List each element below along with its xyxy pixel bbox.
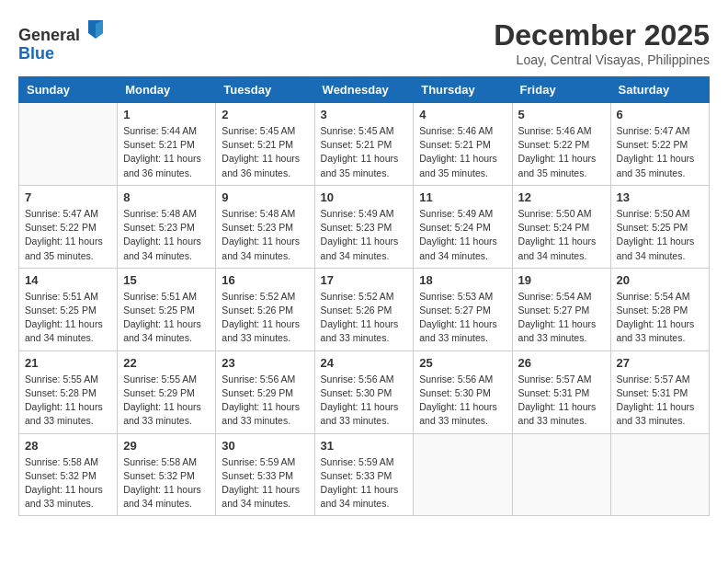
week-row-0: 1Sunrise: 5:44 AM Sunset: 5:21 PM Daylig… — [19, 103, 710, 186]
calendar-table: SundayMondayTuesdayWednesdayThursdayFrid… — [18, 76, 710, 516]
day-number: 23 — [222, 356, 308, 370]
day-info: Sunrise: 5:55 AM Sunset: 5:29 PM Dayligh… — [123, 373, 210, 429]
day-info: Sunrise: 5:54 AM Sunset: 5:28 PM Dayligh… — [617, 290, 703, 346]
week-row-3: 21Sunrise: 5:55 AM Sunset: 5:28 PM Dayli… — [19, 350, 710, 433]
week-row-1: 7Sunrise: 5:47 AM Sunset: 5:22 PM Daylig… — [19, 185, 710, 268]
calendar-cell: 14Sunrise: 5:51 AM Sunset: 5:25 PM Dayli… — [19, 268, 118, 350]
logo-blue: Blue — [18, 44, 54, 63]
calendar-cell: 4Sunrise: 5:46 AM Sunset: 5:21 PM Daylig… — [414, 103, 512, 186]
day-info: Sunrise: 5:49 AM Sunset: 5:23 PM Dayligh… — [321, 207, 408, 263]
day-info: Sunrise: 5:56 AM Sunset: 5:30 PM Dayligh… — [419, 373, 506, 429]
weekday-header-tuesday: Tuesday — [216, 77, 314, 103]
calendar-cell: 22Sunrise: 5:55 AM Sunset: 5:29 PM Dayli… — [118, 350, 216, 433]
calendar-cell: 16Sunrise: 5:52 AM Sunset: 5:26 PM Dayli… — [216, 268, 314, 350]
calendar-cell — [610, 433, 709, 516]
location: Loay, Central Visayas, Philippines — [494, 52, 710, 67]
day-number: 8 — [123, 190, 210, 204]
day-info: Sunrise: 5:47 AM Sunset: 5:22 PM Dayligh… — [617, 124, 703, 180]
day-info: Sunrise: 5:59 AM Sunset: 5:33 PM Dayligh… — [222, 455, 308, 511]
day-info: Sunrise: 5:57 AM Sunset: 5:31 PM Dayligh… — [518, 373, 605, 429]
calendar-cell: 9Sunrise: 5:48 AM Sunset: 5:23 PM Daylig… — [216, 185, 314, 268]
week-row-4: 28Sunrise: 5:58 AM Sunset: 5:32 PM Dayli… — [19, 433, 710, 516]
day-info: Sunrise: 5:51 AM Sunset: 5:25 PM Dayligh… — [25, 290, 111, 346]
day-info: Sunrise: 5:48 AM Sunset: 5:23 PM Dayligh… — [123, 207, 210, 263]
weekday-header-row: SundayMondayTuesdayWednesdayThursdayFrid… — [19, 77, 710, 103]
day-info: Sunrise: 5:46 AM Sunset: 5:22 PM Dayligh… — [518, 124, 605, 180]
day-number: 14 — [25, 273, 111, 287]
weekday-header-saturday: Saturday — [610, 77, 709, 103]
day-number: 15 — [123, 273, 210, 287]
weekday-header-sunday: Sunday — [19, 77, 118, 103]
calendar-cell: 23Sunrise: 5:56 AM Sunset: 5:29 PM Dayli… — [216, 350, 314, 433]
logo: General Blue — [18, 18, 105, 63]
day-info: Sunrise: 5:48 AM Sunset: 5:23 PM Dayligh… — [222, 207, 308, 263]
day-number: 18 — [419, 273, 506, 287]
calendar-cell — [414, 433, 512, 516]
calendar-cell: 6Sunrise: 5:47 AM Sunset: 5:22 PM Daylig… — [610, 103, 709, 186]
day-info: Sunrise: 5:56 AM Sunset: 5:29 PM Dayligh… — [222, 373, 308, 429]
day-info: Sunrise: 5:49 AM Sunset: 5:24 PM Dayligh… — [419, 207, 506, 263]
day-number: 26 — [518, 356, 605, 370]
weekday-header-wednesday: Wednesday — [314, 77, 414, 103]
calendar-cell: 1Sunrise: 5:44 AM Sunset: 5:21 PM Daylig… — [118, 103, 216, 186]
day-number: 20 — [617, 273, 703, 287]
title-block: December 2025 Loay, Central Visayas, Phi… — [494, 18, 710, 67]
day-info: Sunrise: 5:52 AM Sunset: 5:26 PM Dayligh… — [321, 290, 408, 346]
day-number: 7 — [25, 190, 111, 204]
calendar-cell: 19Sunrise: 5:54 AM Sunset: 5:27 PM Dayli… — [512, 268, 610, 350]
day-number: 2 — [222, 108, 308, 121]
day-info: Sunrise: 5:58 AM Sunset: 5:32 PM Dayligh… — [123, 455, 210, 511]
calendar-cell: 26Sunrise: 5:57 AM Sunset: 5:31 PM Dayli… — [512, 350, 610, 433]
calendar-cell: 17Sunrise: 5:52 AM Sunset: 5:26 PM Dayli… — [314, 268, 414, 350]
day-number: 12 — [518, 190, 605, 204]
day-info: Sunrise: 5:59 AM Sunset: 5:33 PM Dayligh… — [321, 455, 408, 511]
calendar-cell: 11Sunrise: 5:49 AM Sunset: 5:24 PM Dayli… — [414, 185, 512, 268]
day-info: Sunrise: 5:46 AM Sunset: 5:21 PM Dayligh… — [419, 124, 506, 180]
day-number: 17 — [321, 273, 408, 287]
day-info: Sunrise: 5:45 AM Sunset: 5:21 PM Dayligh… — [321, 124, 408, 180]
day-number: 10 — [321, 190, 408, 204]
day-info: Sunrise: 5:55 AM Sunset: 5:28 PM Dayligh… — [25, 373, 111, 429]
calendar-cell: 20Sunrise: 5:54 AM Sunset: 5:28 PM Dayli… — [610, 268, 709, 350]
day-info: Sunrise: 5:58 AM Sunset: 5:32 PM Dayligh… — [25, 455, 111, 511]
day-number: 22 — [123, 356, 210, 370]
day-info: Sunrise: 5:47 AM Sunset: 5:22 PM Dayligh… — [25, 207, 111, 263]
month-title: December 2025 — [494, 18, 710, 52]
day-number: 30 — [222, 439, 308, 453]
weekday-header-monday: Monday — [118, 77, 216, 103]
calendar-cell: 27Sunrise: 5:57 AM Sunset: 5:31 PM Dayli… — [610, 350, 709, 433]
calendar-cell: 15Sunrise: 5:51 AM Sunset: 5:25 PM Dayli… — [118, 268, 216, 350]
day-info: Sunrise: 5:52 AM Sunset: 5:26 PM Dayligh… — [222, 290, 308, 346]
day-info: Sunrise: 5:57 AM Sunset: 5:31 PM Dayligh… — [617, 373, 703, 429]
weekday-header-thursday: Thursday — [414, 77, 512, 103]
day-number: 6 — [617, 108, 703, 121]
calendar-cell: 13Sunrise: 5:50 AM Sunset: 5:25 PM Dayli… — [610, 185, 709, 268]
day-info: Sunrise: 5:53 AM Sunset: 5:27 PM Dayligh… — [419, 290, 506, 346]
logo-general: General — [18, 18, 105, 45]
calendar-cell — [512, 433, 610, 516]
day-number: 24 — [321, 356, 408, 370]
calendar-cell: 12Sunrise: 5:50 AM Sunset: 5:24 PM Dayli… — [512, 185, 610, 268]
day-info: Sunrise: 5:56 AM Sunset: 5:30 PM Dayligh… — [321, 373, 408, 429]
day-info: Sunrise: 5:54 AM Sunset: 5:27 PM Dayligh… — [518, 290, 605, 346]
calendar-cell: 21Sunrise: 5:55 AM Sunset: 5:28 PM Dayli… — [19, 350, 118, 433]
day-number: 4 — [419, 108, 506, 121]
calendar-cell: 25Sunrise: 5:56 AM Sunset: 5:30 PM Dayli… — [414, 350, 512, 433]
weekday-header-friday: Friday — [512, 77, 610, 103]
calendar-cell: 3Sunrise: 5:45 AM Sunset: 5:21 PM Daylig… — [314, 103, 414, 186]
day-number: 27 — [617, 356, 703, 370]
day-info: Sunrise: 5:50 AM Sunset: 5:25 PM Dayligh… — [617, 207, 703, 263]
calendar-cell: 10Sunrise: 5:49 AM Sunset: 5:23 PM Dayli… — [314, 185, 414, 268]
calendar-cell: 29Sunrise: 5:58 AM Sunset: 5:32 PM Dayli… — [118, 433, 216, 516]
day-number: 21 — [25, 356, 111, 370]
day-number: 25 — [419, 356, 506, 370]
calendar-cell: 5Sunrise: 5:46 AM Sunset: 5:22 PM Daylig… — [512, 103, 610, 186]
week-row-2: 14Sunrise: 5:51 AM Sunset: 5:25 PM Dayli… — [19, 268, 710, 350]
day-info: Sunrise: 5:44 AM Sunset: 5:21 PM Dayligh… — [123, 124, 210, 180]
calendar-cell: 28Sunrise: 5:58 AM Sunset: 5:32 PM Dayli… — [19, 433, 118, 516]
calendar-cell: 18Sunrise: 5:53 AM Sunset: 5:27 PM Dayli… — [414, 268, 512, 350]
day-info: Sunrise: 5:51 AM Sunset: 5:25 PM Dayligh… — [123, 290, 210, 346]
logo-icon — [86, 18, 105, 40]
calendar-cell: 31Sunrise: 5:59 AM Sunset: 5:33 PM Dayli… — [314, 433, 414, 516]
calendar-cell: 7Sunrise: 5:47 AM Sunset: 5:22 PM Daylig… — [19, 185, 118, 268]
